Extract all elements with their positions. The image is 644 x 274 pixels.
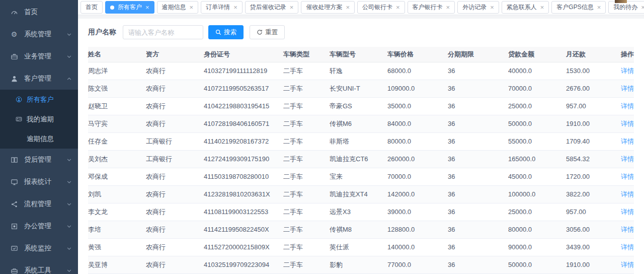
sidebar-item[interactable]: 报表统计: [0, 171, 78, 193]
sidebar-item-label: 办公管理: [24, 222, 51, 231]
search-button[interactable]: 搜索: [208, 25, 244, 39]
process-icon: [10, 200, 18, 208]
sidebar-item-label: 系统监控: [24, 244, 51, 253]
table-row: 黄强农商行41152720000215809X二手车英仕派140000.0369…: [88, 238, 634, 256]
table-cell: 农商行: [146, 221, 204, 238]
tab[interactable]: 贷后催收记录×: [245, 1, 299, 14]
tab[interactable]: 公司银行卡×: [357, 1, 405, 14]
sidebar-subitem[interactable]: 所有客户: [0, 90, 78, 109]
tab[interactable]: 客户GPS信息×: [551, 1, 606, 14]
detail-link[interactable]: 详情: [621, 226, 634, 233]
active-dot: [110, 6, 114, 10]
detail-link[interactable]: 详情: [621, 67, 634, 75]
tab-close-icon[interactable]: ×: [233, 4, 237, 11]
tab-close-icon[interactable]: ×: [490, 4, 494, 11]
table-cell: 411503198708280010: [204, 168, 283, 185]
table-cell: 3439.00: [566, 238, 619, 256]
table-cell: 50000.0: [508, 256, 566, 273]
tab-label: 客户银行卡: [413, 3, 443, 12]
sidebar-item-label: 流程管理: [24, 199, 51, 209]
sidebar-item[interactable]: 流程管理: [0, 193, 78, 215]
detail-link[interactable]: 详情: [621, 138, 634, 145]
column-header: 身份证号: [204, 47, 283, 62]
tab[interactable]: 逾期信息×: [157, 1, 199, 14]
sidebar-item[interactable]: 系统监控: [0, 237, 78, 259]
detail-link[interactable]: 详情: [621, 190, 634, 198]
tab-close-icon[interactable]: ×: [446, 4, 450, 11]
column-header: 车辆类型: [283, 47, 330, 62]
detail-link[interactable]: 详情: [621, 120, 634, 127]
table-row: 吴刘杰工商银行412724199309175190二手车凯迪拉克CT626000…: [88, 150, 634, 168]
table-cell: 二手车: [283, 238, 330, 256]
main-area: 首页所有客户×逾期信息×订单详情×贷后催收记录×催收处理方案×公司银行卡×客户银…: [78, 0, 644, 274]
tab-label: 我的待办: [613, 3, 637, 12]
table-cell: 410327199111112819: [204, 62, 283, 80]
table-cell-action: 详情: [619, 203, 634, 221]
tab[interactable]: 外访记录×: [457, 1, 499, 14]
tab-close-icon[interactable]: ×: [145, 4, 149, 11]
detail-link[interactable]: 详情: [621, 173, 634, 180]
tab-close-icon[interactable]: ×: [346, 4, 350, 11]
sidebar-item[interactable]: 业务管理: [0, 45, 78, 67]
tab[interactable]: 催收处理方案×: [301, 1, 355, 14]
tab-close-icon[interactable]: ×: [597, 4, 601, 11]
gear-icon: ⚙: [10, 30, 18, 38]
tab-close-icon[interactable]: ×: [641, 4, 644, 11]
column-header: 月还款: [566, 47, 619, 62]
sidebar-item[interactable]: 首页: [0, 1, 78, 23]
search-input[interactable]: [123, 25, 203, 39]
detail-link[interactable]: 详情: [621, 155, 634, 163]
table-cell: 36: [448, 150, 508, 168]
sidebar-subitem[interactable]: 我的逾期: [0, 109, 78, 129]
table-cell-action: 详情: [619, 62, 634, 80]
table-cell: 36: [448, 256, 508, 273]
tools-icon: [10, 266, 18, 274]
table-cell: 142000.0: [387, 185, 448, 203]
table-cell: 农商行: [146, 97, 204, 115]
sidebar-submenu: 所有客户我的逾期逾期信息: [0, 90, 78, 149]
detail-link[interactable]: 详情: [621, 208, 634, 216]
table-cell: 36: [448, 62, 508, 80]
table-cell: 陈文强: [88, 80, 146, 97]
table-cell: 36: [448, 221, 508, 238]
sidebar-subitem[interactable]: 逾期信息: [0, 129, 78, 149]
tab[interactable]: 紧急联系人×: [502, 1, 549, 14]
table-cell: 农商行: [146, 185, 204, 203]
table-cell: 长安UNI-T: [330, 80, 387, 97]
table-cell: 109000.0: [387, 80, 448, 97]
tab-close-icon[interactable]: ×: [290, 4, 294, 11]
table-cell: 黄强: [88, 238, 146, 256]
sidebar-item[interactable]: 办公管理: [0, 215, 78, 237]
sidebar-item[interactable]: 客户管理: [0, 67, 78, 90]
tab[interactable]: 首页: [80, 1, 103, 14]
detail-link[interactable]: 详情: [621, 261, 634, 268]
table-cell: 90000.0: [508, 238, 566, 256]
table-cell: 李文龙: [88, 203, 146, 221]
table-cell: 128800.0: [387, 221, 448, 238]
tab-close-icon[interactable]: ×: [190, 4, 194, 11]
sidebar-item[interactable]: 贷后管理: [0, 149, 78, 171]
tab[interactable]: 所有客户×: [105, 1, 154, 14]
customer-icon: [10, 75, 18, 83]
tab[interactable]: 订单详情×: [201, 1, 243, 14]
tab-bar: 首页所有客户×逾期信息×订单详情×贷后催收记录×催收处理方案×公司银行卡×客户银…: [78, 0, 644, 15]
tab[interactable]: 客户银行卡×: [408, 1, 455, 14]
table-cell: 41152720000215809X: [204, 238, 283, 256]
table-row: 刘凯农商行41232819810203631X二手车凯迪拉克XT4142000.…: [88, 185, 634, 203]
detail-link[interactable]: 详情: [621, 102, 634, 110]
sidebar-item[interactable]: ⚙系统管理: [0, 23, 78, 45]
tab-close-icon[interactable]: ×: [396, 4, 400, 11]
table-cell: 刘凯: [88, 185, 146, 203]
table-cell: 赵晓卫: [88, 97, 146, 115]
table-cell: 70000.0: [387, 168, 448, 185]
table-cell-action: 详情: [619, 168, 634, 185]
sidebar-item[interactable]: 系统工具: [0, 259, 78, 274]
table-cell: 36: [448, 203, 508, 221]
table-cell: 957.00: [566, 203, 619, 221]
detail-link[interactable]: 详情: [621, 243, 634, 251]
sidebar-item-label: 系统管理: [24, 30, 51, 39]
reset-button[interactable]: 重置: [250, 25, 285, 39]
detail-link[interactable]: 详情: [621, 85, 634, 92]
table-cell-action: 详情: [619, 97, 634, 115]
tab-close-icon[interactable]: ×: [540, 4, 544, 11]
